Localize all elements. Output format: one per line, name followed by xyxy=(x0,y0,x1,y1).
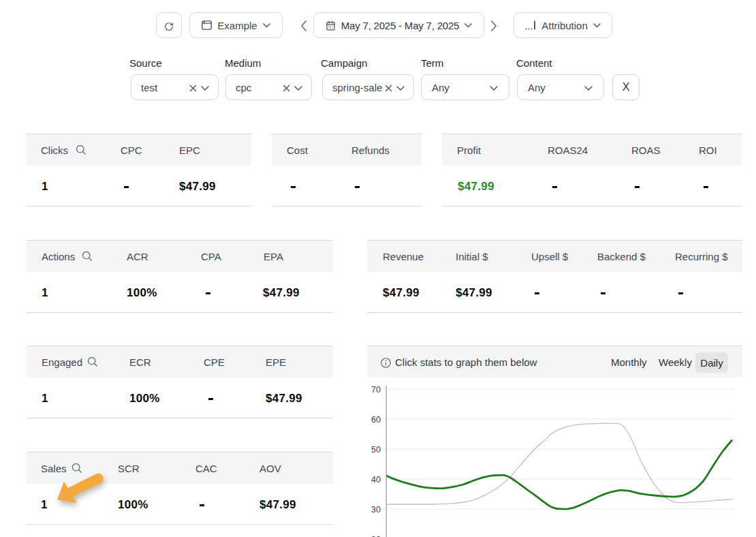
svg-text:60: 60 xyxy=(371,415,381,425)
svg-text:70: 70 xyxy=(371,385,381,395)
svg-text:50: 50 xyxy=(371,445,381,455)
svg-text:30: 30 xyxy=(371,505,381,515)
svg-text:20: 20 xyxy=(371,535,381,537)
svg-text:40: 40 xyxy=(371,475,381,485)
